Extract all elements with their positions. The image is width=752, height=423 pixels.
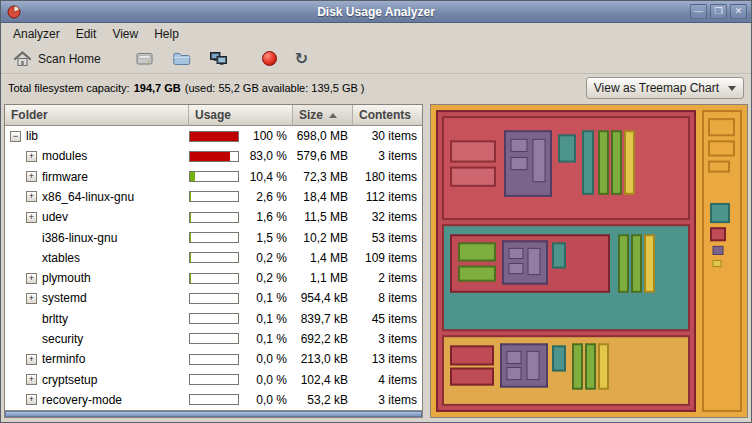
usage-percent: 2,6 % <box>239 190 293 204</box>
table-row[interactable]: +recovery-mode0,0 %53,2 kB3 items <box>5 390 422 410</box>
expand-expander-icon[interactable]: + <box>26 212 37 223</box>
folder-name: cryptsetup <box>42 373 97 387</box>
treemap-rect-cell[interactable] <box>509 248 523 258</box>
treemap-rect-cell[interactable] <box>586 344 595 388</box>
treemap-rect-cell[interactable] <box>632 235 641 292</box>
stop-button[interactable] <box>256 48 283 69</box>
table-row[interactable]: +cryptsetup0,0 %102,4 kB4 items <box>5 369 422 389</box>
treemap-rect-cell[interactable] <box>451 141 495 161</box>
table-row[interactable]: +udev1,6 %11,5 MB32 items <box>5 207 422 227</box>
column-header-contents[interactable]: Contents <box>353 105 422 126</box>
maximize-button[interactable]: ❒ <box>710 4 727 19</box>
treemap-rect-cell[interactable] <box>645 235 654 292</box>
table-row[interactable]: −lib100 %698,0 MB30 items <box>5 126 422 146</box>
folder-cell: +xtables <box>5 248 189 268</box>
table-row[interactable]: +plymouth0,2 %1,1 MB2 items <box>5 268 422 288</box>
treemap-rect-cell[interactable] <box>573 344 582 388</box>
treemap-rect-cell[interactable] <box>501 344 547 386</box>
titlebar[interactable]: Disk Usage Analyzer — ❒ ✕ <box>1 1 751 23</box>
treemap-rect-cell[interactable] <box>583 131 593 194</box>
usage-cell: 100 % <box>189 126 293 146</box>
treemap-rect-cell[interactable] <box>553 243 565 267</box>
usage-bar-fill <box>190 172 195 181</box>
treemap-rect-cell[interactable] <box>711 204 729 222</box>
folder-cell: +cryptsetup <box>5 369 189 389</box>
scrollbar-thumb[interactable] <box>5 411 422 417</box>
treemap-rect-cell[interactable] <box>625 131 634 194</box>
table-row[interactable]: +systemd0,1 %954,4 kB8 items <box>5 288 422 308</box>
table-row[interactable]: +modules83,0 %579,6 MB3 items <box>5 146 422 166</box>
chevron-down-icon <box>728 86 736 91</box>
treemap-rect-cell[interactable] <box>459 267 495 281</box>
treemap-rect-cell[interactable] <box>713 260 721 266</box>
expand-expander-icon[interactable]: + <box>26 171 37 182</box>
column-header-size[interactable]: Size <box>293 105 353 126</box>
expand-expander-icon[interactable]: + <box>26 394 37 405</box>
treemap-rect-cell[interactable] <box>459 243 495 260</box>
scan-filesystem-button[interactable] <box>129 47 160 70</box>
refresh-button[interactable]: ↻ <box>289 48 314 70</box>
scan-folder-button[interactable] <box>166 47 197 70</box>
treemap-rect-cell[interactable] <box>533 139 545 181</box>
menu-help[interactable]: Help <box>146 25 187 43</box>
treemap-rect-cell[interactable] <box>713 246 723 254</box>
expand-expander-icon[interactable]: + <box>26 354 37 365</box>
table-row[interactable]: +xtables0,2 %1,4 MB109 items <box>5 248 422 268</box>
treemap-rect-cell[interactable] <box>599 344 608 388</box>
view-selector-dropdown[interactable]: View as Treemap Chart <box>586 77 744 99</box>
column-header-usage[interactable]: Usage <box>189 105 293 126</box>
treemap-rect-cell[interactable] <box>511 158 527 170</box>
collapse-expander-icon[interactable]: − <box>10 131 21 142</box>
expand-expander-icon[interactable]: + <box>26 374 37 385</box>
scan-home-button[interactable]: Scan Home <box>7 47 107 70</box>
treemap-svg[interactable] <box>431 105 747 417</box>
treemap-rect-cell[interactable] <box>553 346 565 370</box>
treemap-rect-cell[interactable] <box>612 131 621 194</box>
table-row[interactable]: +terminfo0,0 %213,0 kB13 items <box>5 349 422 369</box>
menu-view[interactable]: View <box>104 25 146 43</box>
treemap-rect-cell[interactable] <box>451 168 495 186</box>
minimize-button[interactable]: — <box>690 4 707 19</box>
treemap-rect-cell[interactable] <box>709 119 734 135</box>
table-row[interactable]: +x86_64-linux-gnu2,6 %18,4 MB112 items <box>5 187 422 207</box>
treemap-rect-cell[interactable] <box>709 162 729 172</box>
table-row[interactable]: +firmware10,4 %72,3 MB180 items <box>5 167 422 187</box>
treemap-rect-cell[interactable] <box>451 369 493 385</box>
expand-expander-icon[interactable]: + <box>26 273 37 284</box>
table-header: Folder Usage Size Contents <box>5 105 422 126</box>
expand-expander-icon[interactable]: + <box>26 151 37 162</box>
expand-expander-icon[interactable]: + <box>26 293 37 304</box>
treemap-rect-cell[interactable] <box>511 139 527 151</box>
table-row[interactable]: +brltty0,1 %839,7 kB45 items <box>5 309 422 329</box>
usage-percent: 0,2 % <box>239 271 293 285</box>
treemap-rect-cell[interactable] <box>507 351 521 363</box>
treemap-rect-cell[interactable] <box>527 351 539 379</box>
close-button[interactable]: ✕ <box>730 4 747 19</box>
treemap-rect-cell[interactable] <box>451 346 493 364</box>
table-row[interactable]: +security0,1 %692,2 kB3 items <box>5 329 422 349</box>
size-value: 698,0 MB <box>293 126 353 146</box>
scan-remote-button[interactable] <box>203 47 234 70</box>
column-header-usage-label: Usage <box>195 108 231 122</box>
treemap-rect-cell[interactable] <box>528 248 540 274</box>
usage-bar <box>189 212 239 223</box>
treemap-rect-cell[interactable] <box>509 264 523 274</box>
menu-analyzer[interactable]: Analyzer <box>5 25 68 43</box>
app-icon[interactable] <box>7 5 21 19</box>
horizontal-scrollbar[interactable] <box>5 410 422 417</box>
treemap-rect-cell[interactable] <box>599 131 608 194</box>
size-value: 102,4 kB <box>293 369 353 389</box>
column-header-folder[interactable]: Folder <box>5 105 189 126</box>
usage-bar <box>189 131 239 142</box>
stop-icon <box>262 51 277 66</box>
treemap-rect-cell[interactable] <box>709 141 734 155</box>
treemap-rect-cell[interactable] <box>619 235 628 292</box>
usage-bar <box>189 313 239 324</box>
menu-edit[interactable]: Edit <box>68 25 105 43</box>
treemap-rect-cell[interactable] <box>559 135 575 161</box>
expand-expander-icon[interactable]: + <box>26 191 37 202</box>
treemap-rect-cell[interactable] <box>711 228 725 240</box>
treemap-rect-cell[interactable] <box>507 368 521 380</box>
table-row[interactable]: +i386-linux-gnu1,5 %10,2 MB53 items <box>5 227 422 247</box>
infobar: Total filesystem capacity: 194,7 GB (use… <box>1 74 751 102</box>
